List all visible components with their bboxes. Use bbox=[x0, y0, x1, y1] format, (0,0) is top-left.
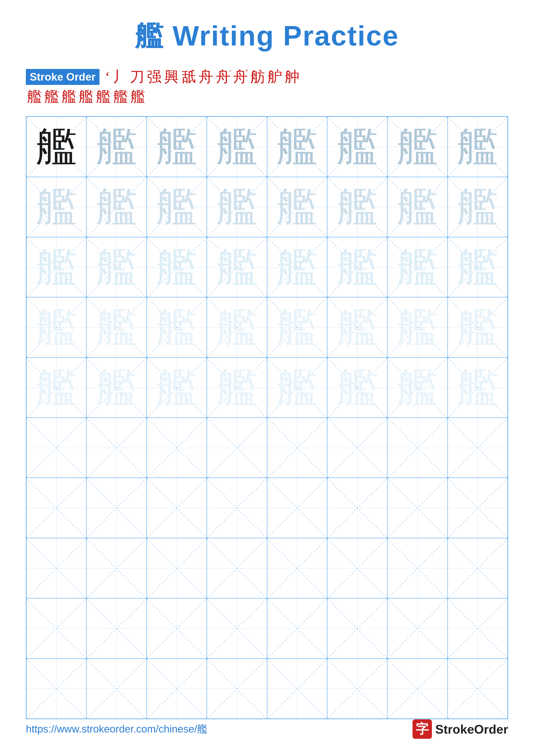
practice-char: 艦 bbox=[397, 247, 438, 288]
grid-cell-7-3[interactable] bbox=[147, 478, 207, 538]
stroke-19: 艦 bbox=[131, 88, 145, 106]
practice-char: 艦 bbox=[277, 247, 318, 288]
grid-cell-1-7: 艦 bbox=[387, 117, 447, 177]
grid-row-7 bbox=[26, 478, 508, 538]
grid-cell-8-7[interactable] bbox=[387, 538, 447, 598]
stroke-order-label: Stroke Order bbox=[26, 69, 99, 85]
grid-row-10 bbox=[26, 659, 508, 719]
grid-cell-9-7[interactable] bbox=[387, 598, 447, 659]
grid-cell-3-6: 艦 bbox=[327, 237, 387, 297]
grid-row-1: 艦 艦 艦 艦 艦 艦 艦 bbox=[26, 117, 508, 177]
practice-char: 艦 bbox=[36, 186, 77, 228]
stroke-14: 艦 bbox=[44, 88, 59, 106]
practice-char: 艦 bbox=[36, 247, 77, 288]
grid-cell-10-2[interactable] bbox=[87, 659, 146, 719]
grid-cell-8-1[interactable] bbox=[26, 538, 87, 598]
stroke-1: ‘ bbox=[105, 68, 110, 86]
practice-char: 艦 bbox=[216, 367, 257, 408]
practice-char: 艦 bbox=[156, 186, 197, 228]
title-char: 艦 bbox=[135, 20, 164, 51]
grid-cell-8-6[interactable] bbox=[327, 538, 387, 598]
grid-cell-4-2: 艦 bbox=[87, 297, 146, 357]
practice-char: 艦 bbox=[457, 126, 498, 167]
practice-char: 艦 bbox=[96, 247, 137, 288]
grid-cell-8-5[interactable] bbox=[267, 538, 327, 598]
grid-cell-8-2[interactable] bbox=[87, 538, 146, 598]
writing-grid: 艦 艦 艦 艦 艦 艦 艦 bbox=[26, 116, 508, 719]
grid-cell-3-8: 艦 bbox=[447, 237, 508, 297]
grid-cell-10-7[interactable] bbox=[387, 659, 447, 719]
grid-cell-1-5: 艦 bbox=[267, 117, 327, 177]
grid-cell-1-8: 艦 bbox=[447, 117, 508, 177]
footer-url[interactable]: https://www.strokeorder.com/chinese/艦 bbox=[26, 722, 207, 736]
grid-cell-7-4[interactable] bbox=[207, 478, 267, 538]
grid-cell-7-8[interactable] bbox=[447, 478, 508, 538]
grid-cell-6-4[interactable] bbox=[207, 418, 267, 478]
grid-cell-6-3[interactable] bbox=[147, 418, 207, 478]
practice-char: 艦 bbox=[397, 307, 438, 348]
grid-row-6 bbox=[26, 418, 508, 478]
grid-cell-3-7: 艦 bbox=[387, 237, 447, 297]
stroke-17: 艦 bbox=[96, 88, 111, 106]
grid-cell-7-2[interactable] bbox=[87, 478, 146, 538]
stroke-16: 艦 bbox=[79, 88, 93, 106]
grid-cell-8-4[interactable] bbox=[207, 538, 267, 598]
page-title: 艦 Writing Practice bbox=[135, 17, 399, 55]
stroke-3: 刀 bbox=[130, 68, 144, 86]
grid-cell-9-8[interactable] bbox=[447, 598, 508, 659]
stroke-6: 舐 bbox=[181, 68, 196, 86]
practice-char: 艦 bbox=[397, 186, 438, 228]
grid-cell-5-1: 艦 bbox=[26, 358, 87, 418]
grid-cell-5-2: 艦 bbox=[87, 358, 146, 418]
grid-cell-10-3[interactable] bbox=[147, 659, 207, 719]
grid-cell-1-2: 艦 bbox=[87, 117, 146, 177]
practice-char: 艦 bbox=[337, 247, 378, 288]
grid-cell-9-5[interactable] bbox=[267, 598, 327, 659]
grid-cell-7-7[interactable] bbox=[387, 478, 447, 538]
grid-cell-7-1[interactable] bbox=[26, 478, 87, 538]
grid-cell-9-6[interactable] bbox=[327, 598, 387, 659]
grid-cell-1-4: 艦 bbox=[207, 117, 267, 177]
grid-cell-6-8[interactable] bbox=[447, 418, 508, 478]
grid-cell-6-6[interactable] bbox=[327, 418, 387, 478]
grid-cell-6-1[interactable] bbox=[26, 418, 87, 478]
stroke-order-row2: 艦 艦 艦 艦 艦 艦 艦 bbox=[26, 88, 508, 106]
practice-char: 艦 bbox=[457, 247, 498, 288]
grid-cell-5-7: 艦 bbox=[387, 358, 447, 418]
grid-cell-2-8: 艦 bbox=[447, 177, 508, 237]
grid-cell-9-4[interactable] bbox=[207, 598, 267, 659]
grid-cell-10-6[interactable] bbox=[327, 659, 387, 719]
grid-cell-10-5[interactable] bbox=[267, 659, 327, 719]
grid-cell-9-2[interactable] bbox=[87, 598, 146, 659]
grid-cell-3-5: 艦 bbox=[267, 237, 327, 297]
grid-cell-4-6: 艦 bbox=[327, 297, 387, 357]
practice-char: 艦 bbox=[156, 367, 197, 408]
grid-cell-8-8[interactable] bbox=[447, 538, 508, 598]
grid-cell-1-1: 艦 bbox=[26, 117, 87, 177]
grid-row-8 bbox=[26, 538, 508, 598]
grid-cell-10-8[interactable] bbox=[447, 659, 508, 719]
grid-cell-6-2[interactable] bbox=[87, 418, 146, 478]
grid-cell-10-4[interactable] bbox=[207, 659, 267, 719]
grid-cell-4-3: 艦 bbox=[147, 297, 207, 357]
grid-cell-6-5[interactable] bbox=[267, 418, 327, 478]
grid-cell-2-3: 艦 bbox=[147, 177, 207, 237]
grid-cell-2-1: 艦 bbox=[26, 177, 87, 237]
grid-cell-4-8: 艦 bbox=[447, 297, 508, 357]
practice-char: 艦 bbox=[216, 307, 257, 348]
grid-row-2: 艦 艦 艦 艦 艦 艦 艦 bbox=[26, 177, 508, 237]
grid-cell-10-1[interactable] bbox=[26, 659, 87, 719]
stroke-4: 强 bbox=[147, 68, 162, 86]
grid-cell-8-3[interactable] bbox=[147, 538, 207, 598]
grid-cell-7-5[interactable] bbox=[267, 478, 327, 538]
grid-cell-6-7[interactable] bbox=[387, 418, 447, 478]
brand-icon-char: 字 bbox=[416, 720, 429, 738]
stroke-order-row: Stroke Order ‘ 丿 刀 强 興 舐 舟 舟- 舟+ 舫 舮 舯 bbox=[26, 68, 508, 86]
practice-char: 艦 bbox=[96, 126, 137, 167]
grid-cell-9-1[interactable] bbox=[26, 598, 87, 659]
grid-cell-9-3[interactable] bbox=[147, 598, 207, 659]
grid-cell-7-6[interactable] bbox=[327, 478, 387, 538]
grid-cell-2-2: 艦 bbox=[87, 177, 146, 237]
stroke-18: 艦 bbox=[113, 88, 128, 106]
practice-char: 艦 bbox=[156, 126, 197, 167]
